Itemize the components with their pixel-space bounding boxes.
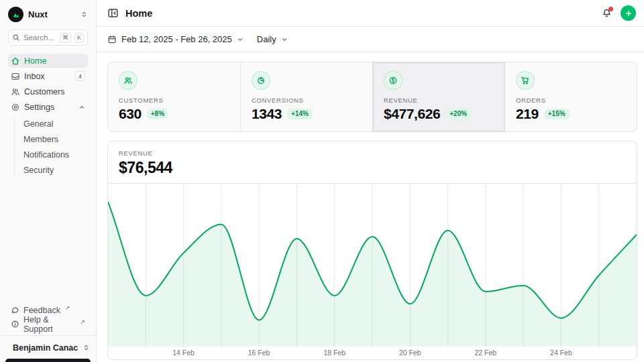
external-link-icon: ↗ bbox=[65, 304, 70, 311]
stat-value: 219 bbox=[516, 106, 539, 122]
stat-card-orders[interactable]: ORDERS 219 +15% bbox=[504, 62, 637, 131]
conversions-icon bbox=[252, 71, 270, 90]
stat-label: REVENUE bbox=[384, 97, 494, 104]
page-title: Home bbox=[125, 8, 152, 19]
sidebar-item-label: Settings bbox=[24, 103, 54, 112]
stat-value: 1343 bbox=[252, 106, 282, 122]
settings-submenu: General Members Notifications Security bbox=[14, 117, 88, 177]
main-panel: Home Feb 12, 2025 - Feb 26, 2025 Daily bbox=[97, 0, 644, 362]
revenue-area-chart[interactable] bbox=[108, 184, 637, 347]
sidebar-item-notifications[interactable]: Notifications bbox=[15, 147, 88, 162]
inbox-count-badge: 4 bbox=[75, 71, 85, 82]
users-icon bbox=[11, 87, 20, 97]
stat-value: $477,626 bbox=[384, 106, 440, 122]
x-tick-label: 22 Feb bbox=[475, 349, 497, 357]
stat-change-badge: +8% bbox=[147, 109, 168, 119]
chevron-down-icon bbox=[237, 36, 244, 43]
stat-change-badge: +15% bbox=[544, 109, 570, 119]
chart-header: REVENUE $76,544 bbox=[108, 141, 637, 184]
content: CUSTOMERS 630 +8% CONVERSIONS 1343 +14% bbox=[97, 52, 644, 360]
sidebar-item-members[interactable]: Members bbox=[15, 132, 88, 146]
period-label: Daily bbox=[257, 34, 276, 44]
stat-change-badge: +14% bbox=[287, 109, 313, 119]
toolbar: Feb 12, 2025 - Feb 26, 2025 Daily bbox=[97, 27, 644, 52]
search-field[interactable] bbox=[23, 34, 56, 42]
user-menu[interactable]: Benjamin Canac bbox=[0, 335, 96, 362]
chat-bubble-icon bbox=[11, 306, 19, 314]
x-tick-label: 24 Feb bbox=[550, 349, 572, 357]
x-tick-label: 14 Feb bbox=[172, 349, 195, 357]
sidebar-item-label: Inbox bbox=[24, 72, 45, 81]
stats-row: CUSTOMERS 630 +8% CONVERSIONS 1343 +14% bbox=[107, 62, 637, 132]
k-kbd: K bbox=[74, 33, 84, 43]
home-icon bbox=[11, 56, 20, 66]
stat-card-customers[interactable]: CUSTOMERS 630 +8% bbox=[108, 62, 240, 131]
stat-change-badge: +20% bbox=[445, 109, 471, 119]
sidebar-nav: Home Inbox 4 Customers Settings bbox=[8, 54, 88, 177]
sidebar: Nuxt ⌘ K Home Inb bbox=[0, 0, 97, 362]
orders-icon bbox=[516, 71, 535, 90]
chart-current-value: $76,544 bbox=[119, 159, 626, 177]
sidebar-item-customers[interactable]: Customers bbox=[8, 84, 88, 99]
period-select[interactable]: Daily bbox=[257, 34, 288, 44]
sidebar-item-inbox[interactable]: Inbox 4 bbox=[8, 69, 88, 83]
nuxt-logo-icon bbox=[8, 7, 23, 22]
date-range-label: Feb 12, 2025 - Feb 26, 2025 bbox=[121, 34, 232, 44]
stat-value: 630 bbox=[119, 106, 142, 122]
stat-label: ORDERS bbox=[516, 97, 626, 104]
x-tick-label: 18 Feb bbox=[323, 349, 345, 357]
customers-icon bbox=[119, 71, 138, 90]
info-icon bbox=[11, 320, 19, 328]
plus-icon bbox=[625, 9, 633, 17]
search-icon bbox=[12, 34, 20, 42]
chart-title: REVENUE bbox=[119, 149, 626, 157]
collapse-sidebar-button[interactable] bbox=[107, 7, 119, 19]
gear-icon bbox=[11, 103, 20, 112]
chevron-up-down-icon bbox=[80, 11, 88, 18]
chart-x-axis: 14 Feb16 Feb18 Feb20 Feb22 Feb24 Feb bbox=[108, 347, 637, 359]
stat-card-conversions[interactable]: CONVERSIONS 1343 +14% bbox=[240, 62, 372, 131]
feedback-label: Feedback bbox=[23, 306, 60, 315]
sidebar-item-general[interactable]: General bbox=[15, 117, 88, 131]
user-name: Benjamin Canac bbox=[13, 343, 78, 353]
x-tick-label: 16 Feb bbox=[248, 349, 270, 357]
sidebar-item-settings[interactable]: Settings bbox=[8, 100, 88, 114]
help-support-link[interactable]: Help & Support ↗ bbox=[8, 317, 88, 331]
stat-card-revenue[interactable]: REVENUE $477,626 +20% bbox=[372, 62, 504, 131]
notification-dot bbox=[608, 7, 613, 11]
add-button[interactable] bbox=[621, 5, 636, 21]
command-kbd: ⌘ bbox=[60, 33, 71, 43]
sidebar-item-home[interactable]: Home bbox=[8, 54, 88, 68]
inbox-icon bbox=[11, 72, 20, 81]
help-support-label: Help & Support bbox=[23, 315, 75, 334]
stat-label: CUSTOMERS bbox=[119, 97, 229, 104]
user-menu-popover-edge bbox=[5, 359, 91, 362]
workspace-selector[interactable]: Nuxt bbox=[8, 5, 88, 29]
calendar-icon bbox=[107, 35, 117, 44]
app-header: Home bbox=[97, 0, 644, 27]
search-input[interactable]: ⌘ K bbox=[8, 29, 88, 46]
sidebar-item-security[interactable]: Security bbox=[15, 163, 88, 177]
x-tick-label: 20 Feb bbox=[399, 349, 421, 357]
revenue-icon bbox=[384, 71, 402, 90]
stat-label: CONVERSIONS bbox=[252, 97, 362, 104]
revenue-chart-card: REVENUE $76,544 14 Feb16 Feb18 Feb20 Feb… bbox=[107, 141, 637, 360]
sidebar-item-label: Customers bbox=[24, 87, 64, 97]
external-link-icon: ↗ bbox=[80, 318, 85, 325]
date-range-picker[interactable]: Feb 12, 2025 - Feb 26, 2025 bbox=[107, 34, 244, 44]
workspace-name: Nuxt bbox=[28, 9, 48, 19]
panel-left-close-icon bbox=[107, 7, 119, 19]
sidebar-item-label: Home bbox=[24, 56, 46, 66]
notifications-button[interactable] bbox=[602, 8, 612, 18]
chevron-down-icon bbox=[281, 36, 288, 43]
chevron-up-down-icon bbox=[83, 344, 90, 351]
chevron-up-icon bbox=[78, 104, 85, 111]
